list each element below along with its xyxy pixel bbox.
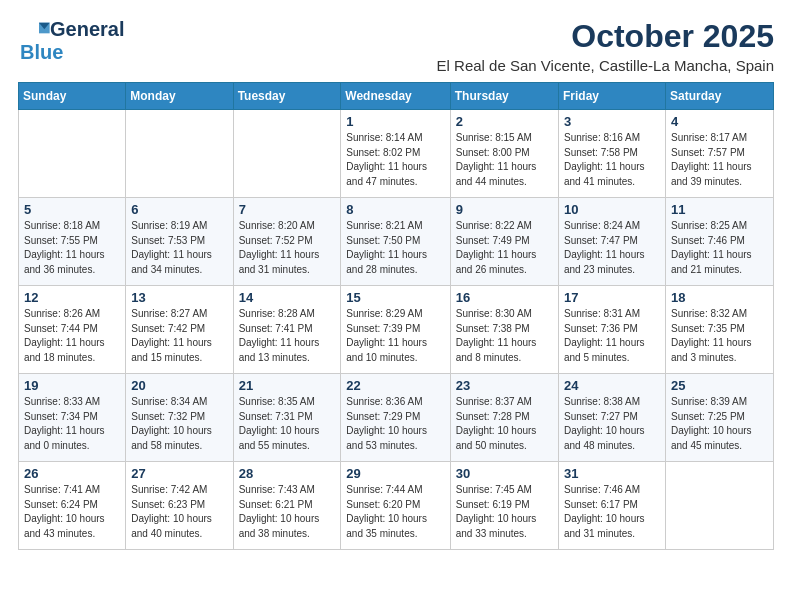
calendar-page: General Blue October 2025 El Real de San… [0,0,792,560]
calendar-cell [19,110,126,198]
day-info: Sunrise: 8:26 AM Sunset: 7:44 PM Dayligh… [24,307,120,365]
logo-general: General [50,18,124,41]
day-info: Sunrise: 8:34 AM Sunset: 7:32 PM Dayligh… [131,395,227,453]
day-info: Sunrise: 8:24 AM Sunset: 7:47 PM Dayligh… [564,219,660,277]
day-number: 4 [671,114,768,129]
calendar-cell [665,462,773,550]
page-header: General Blue October 2025 El Real de San… [18,18,774,74]
day-info: Sunrise: 8:14 AM Sunset: 8:02 PM Dayligh… [346,131,444,189]
calendar-cell: 17Sunrise: 8:31 AM Sunset: 7:36 PM Dayli… [558,286,665,374]
location-title: El Real de San Vicente, Castille-La Manc… [437,57,774,74]
day-number: 14 [239,290,336,305]
day-info: Sunrise: 8:29 AM Sunset: 7:39 PM Dayligh… [346,307,444,365]
day-info: Sunrise: 8:27 AM Sunset: 7:42 PM Dayligh… [131,307,227,365]
day-info: Sunrise: 8:17 AM Sunset: 7:57 PM Dayligh… [671,131,768,189]
calendar-cell: 13Sunrise: 8:27 AM Sunset: 7:42 PM Dayli… [126,286,233,374]
calendar-cell: 28Sunrise: 7:43 AM Sunset: 6:21 PM Dayli… [233,462,341,550]
week-row-3: 12Sunrise: 8:26 AM Sunset: 7:44 PM Dayli… [19,286,774,374]
day-info: Sunrise: 8:25 AM Sunset: 7:46 PM Dayligh… [671,219,768,277]
day-info: Sunrise: 8:22 AM Sunset: 7:49 PM Dayligh… [456,219,553,277]
day-info: Sunrise: 8:19 AM Sunset: 7:53 PM Dayligh… [131,219,227,277]
day-number: 17 [564,290,660,305]
day-number: 1 [346,114,444,129]
day-info: Sunrise: 8:32 AM Sunset: 7:35 PM Dayligh… [671,307,768,365]
calendar-cell: 25Sunrise: 8:39 AM Sunset: 7:25 PM Dayli… [665,374,773,462]
calendar-cell: 3Sunrise: 8:16 AM Sunset: 7:58 PM Daylig… [558,110,665,198]
day-number: 5 [24,202,120,217]
calendar-cell: 9Sunrise: 8:22 AM Sunset: 7:49 PM Daylig… [450,198,558,286]
day-number: 26 [24,466,120,481]
calendar-cell: 23Sunrise: 8:37 AM Sunset: 7:28 PM Dayli… [450,374,558,462]
calendar-cell: 2Sunrise: 8:15 AM Sunset: 8:00 PM Daylig… [450,110,558,198]
day-number: 13 [131,290,227,305]
weekday-header-wednesday: Wednesday [341,83,450,110]
weekday-header-row: SundayMondayTuesdayWednesdayThursdayFrid… [19,83,774,110]
day-number: 3 [564,114,660,129]
weekday-header-tuesday: Tuesday [233,83,341,110]
calendar-cell: 6Sunrise: 8:19 AM Sunset: 7:53 PM Daylig… [126,198,233,286]
day-number: 7 [239,202,336,217]
calendar-cell: 8Sunrise: 8:21 AM Sunset: 7:50 PM Daylig… [341,198,450,286]
day-number: 23 [456,378,553,393]
weekday-header-thursday: Thursday [450,83,558,110]
calendar-cell: 15Sunrise: 8:29 AM Sunset: 7:39 PM Dayli… [341,286,450,374]
calendar-cell: 1Sunrise: 8:14 AM Sunset: 8:02 PM Daylig… [341,110,450,198]
calendar-cell: 19Sunrise: 8:33 AM Sunset: 7:34 PM Dayli… [19,374,126,462]
day-info: Sunrise: 8:28 AM Sunset: 7:41 PM Dayligh… [239,307,336,365]
calendar-cell: 11Sunrise: 8:25 AM Sunset: 7:46 PM Dayli… [665,198,773,286]
calendar-cell: 31Sunrise: 7:46 AM Sunset: 6:17 PM Dayli… [558,462,665,550]
day-number: 10 [564,202,660,217]
day-number: 20 [131,378,227,393]
day-info: Sunrise: 7:43 AM Sunset: 6:21 PM Dayligh… [239,483,336,541]
day-number: 18 [671,290,768,305]
week-row-4: 19Sunrise: 8:33 AM Sunset: 7:34 PM Dayli… [19,374,774,462]
day-info: Sunrise: 8:37 AM Sunset: 7:28 PM Dayligh… [456,395,553,453]
calendar-cell: 5Sunrise: 8:18 AM Sunset: 7:55 PM Daylig… [19,198,126,286]
day-info: Sunrise: 7:44 AM Sunset: 6:20 PM Dayligh… [346,483,444,541]
day-number: 24 [564,378,660,393]
week-row-1: 1Sunrise: 8:14 AM Sunset: 8:02 PM Daylig… [19,110,774,198]
calendar-cell: 30Sunrise: 7:45 AM Sunset: 6:19 PM Dayli… [450,462,558,550]
calendar-cell: 4Sunrise: 8:17 AM Sunset: 7:57 PM Daylig… [665,110,773,198]
calendar-cell: 20Sunrise: 8:34 AM Sunset: 7:32 PM Dayli… [126,374,233,462]
day-number: 29 [346,466,444,481]
day-number: 22 [346,378,444,393]
day-number: 31 [564,466,660,481]
weekday-header-sunday: Sunday [19,83,126,110]
day-info: Sunrise: 8:38 AM Sunset: 7:27 PM Dayligh… [564,395,660,453]
day-number: 19 [24,378,120,393]
day-info: Sunrise: 8:15 AM Sunset: 8:00 PM Dayligh… [456,131,553,189]
calendar-cell: 14Sunrise: 8:28 AM Sunset: 7:41 PM Dayli… [233,286,341,374]
calendar-cell: 10Sunrise: 8:24 AM Sunset: 7:47 PM Dayli… [558,198,665,286]
day-number: 8 [346,202,444,217]
logo: General Blue [18,18,124,64]
calendar-cell: 16Sunrise: 8:30 AM Sunset: 7:38 PM Dayli… [450,286,558,374]
day-info: Sunrise: 8:21 AM Sunset: 7:50 PM Dayligh… [346,219,444,277]
weekday-header-friday: Friday [558,83,665,110]
day-info: Sunrise: 8:31 AM Sunset: 7:36 PM Dayligh… [564,307,660,365]
calendar-cell: 21Sunrise: 8:35 AM Sunset: 7:31 PM Dayli… [233,374,341,462]
calendar-cell [233,110,341,198]
day-number: 2 [456,114,553,129]
calendar-cell: 24Sunrise: 8:38 AM Sunset: 7:27 PM Dayli… [558,374,665,462]
calendar-cell [126,110,233,198]
day-info: Sunrise: 8:20 AM Sunset: 7:52 PM Dayligh… [239,219,336,277]
day-info: Sunrise: 7:45 AM Sunset: 6:19 PM Dayligh… [456,483,553,541]
calendar-cell: 22Sunrise: 8:36 AM Sunset: 7:29 PM Dayli… [341,374,450,462]
day-number: 12 [24,290,120,305]
day-number: 16 [456,290,553,305]
logo-blue: Blue [20,41,63,64]
day-info: Sunrise: 7:46 AM Sunset: 6:17 PM Dayligh… [564,483,660,541]
day-number: 30 [456,466,553,481]
day-info: Sunrise: 8:30 AM Sunset: 7:38 PM Dayligh… [456,307,553,365]
calendar-cell: 18Sunrise: 8:32 AM Sunset: 7:35 PM Dayli… [665,286,773,374]
calendar-cell: 7Sunrise: 8:20 AM Sunset: 7:52 PM Daylig… [233,198,341,286]
weekday-header-monday: Monday [126,83,233,110]
title-block: October 2025 El Real de San Vicente, Cas… [437,18,774,74]
weekday-header-saturday: Saturday [665,83,773,110]
day-number: 21 [239,378,336,393]
month-title: October 2025 [437,18,774,55]
day-number: 6 [131,202,227,217]
day-info: Sunrise: 8:33 AM Sunset: 7:34 PM Dayligh… [24,395,120,453]
calendar-table: SundayMondayTuesdayWednesdayThursdayFrid… [18,82,774,550]
